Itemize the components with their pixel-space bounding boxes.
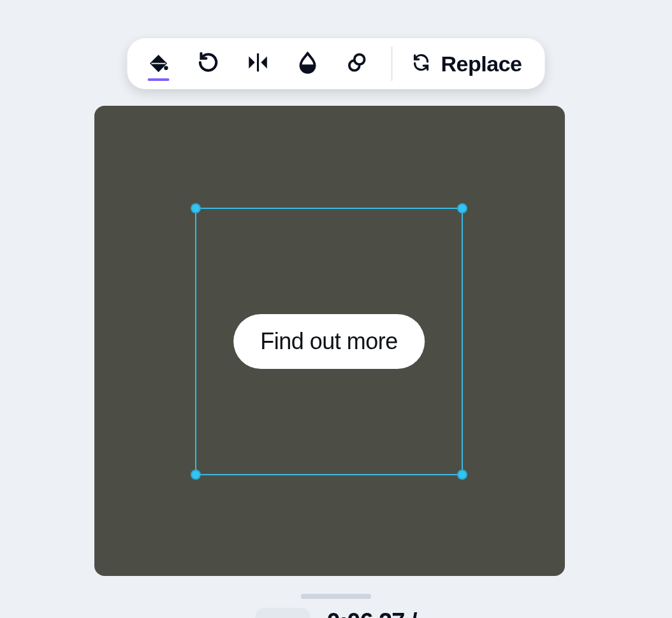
context-toolbar: Replace	[128, 38, 545, 89]
flip-horizontal-icon	[246, 50, 270, 77]
replace-label: Replace	[441, 52, 522, 76]
resize-handle-top-right[interactable]	[457, 203, 467, 213]
flip-horizontal-tool[interactable]	[240, 45, 277, 82]
replace-button[interactable]: Replace	[408, 52, 526, 76]
droplet-icon	[296, 50, 320, 77]
editor-canvas[interactable]: Find out more	[94, 106, 565, 576]
playback-bar: 0:06.27 /	[256, 608, 417, 618]
toolbar-divider	[391, 47, 393, 81]
opacity-tool[interactable]	[289, 45, 326, 82]
rotate-ccw-icon	[196, 50, 221, 77]
rotate-tool[interactable]	[190, 45, 227, 82]
resize-handle-top-left[interactable]	[191, 203, 201, 213]
resize-handle-bottom-right[interactable]	[457, 470, 467, 480]
zoom-control[interactable]	[256, 608, 310, 618]
svg-rect-1	[257, 54, 259, 72]
svg-point-0	[164, 66, 168, 70]
resize-handle-bottom-left[interactable]	[191, 470, 201, 480]
layers-icon	[346, 50, 370, 77]
playback-time: 0:06.27 /	[327, 608, 417, 619]
svg-marker-2	[249, 57, 255, 69]
svg-marker-3	[261, 57, 267, 69]
panel-drag-handle[interactable]	[301, 594, 371, 599]
layers-tool[interactable]	[339, 45, 376, 82]
selection-bounding-box[interactable]: Find out more	[195, 208, 463, 475]
fill-color-tool[interactable]	[140, 45, 177, 82]
paint-bucket-icon	[147, 50, 171, 77]
refresh-icon	[412, 53, 431, 75]
svg-point-4	[354, 54, 365, 64]
selected-element-cta-button[interactable]: Find out more	[233, 314, 425, 369]
